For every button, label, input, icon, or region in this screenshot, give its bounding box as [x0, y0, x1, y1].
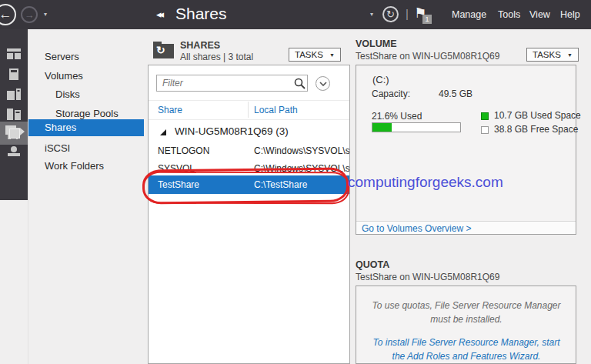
drive-letter-label: (C:) [372, 74, 389, 85]
header-separator [149, 119, 349, 120]
local-server-icon[interactable] [5, 66, 23, 82]
column-header-local-path[interactable]: Local Path [254, 105, 298, 115]
used-percent-label: 21.6% Used [372, 111, 422, 122]
folders-icon[interactable] [5, 125, 21, 142]
sidebar-divider [28, 29, 28, 364]
column-header-share[interactable]: Share [158, 105, 182, 115]
used-space-bar [372, 122, 461, 132]
tasks-caret-icon: ▼ [567, 52, 573, 58]
watermark-text: computingforgeeks.com [348, 174, 503, 191]
certificate-icon[interactable] [5, 143, 23, 159]
sidebar-item-shares[interactable]: Shares [45, 122, 76, 133]
page-title: Shares [175, 5, 227, 23]
refresh-button[interactable]: ↻ [382, 6, 399, 22]
menu-help[interactable]: Help [560, 9, 580, 20]
capacity-label: Capacity: [372, 88, 410, 99]
volumes-overview-link[interactable]: Go to Volumes Overview > [362, 223, 471, 234]
refresh-icon: ↻ [386, 8, 395, 20]
capacity-value: 49.5 GB [439, 88, 472, 99]
servers-group-icon[interactable] [5, 106, 23, 122]
table-row-netlogon-share[interactable]: NETLOGON [158, 145, 209, 156]
filter-input[interactable] [156, 75, 308, 92]
server-group-label[interactable]: WIN-UG5M08R1Q69 (3) [175, 125, 289, 137]
shares-panel-title: SHARES [180, 40, 220, 51]
back-arrow-icon: ← [0, 7, 12, 22]
nav-history-caret-icon[interactable]: ▾ [44, 11, 47, 18]
volume-panel-subtitle: TestShare on WIN-UG5M08R1Q69 [356, 51, 499, 62]
table-row-netlogon-path[interactable]: C:\Windows\SYSVOL\sys [254, 145, 349, 156]
red-annotation-ellipse [142, 168, 349, 205]
server-manager-window: ← → ▾ ◂◂ Shares ▾ ↻ | ⚑ 1 Manage Tools V… [0, 0, 591, 364]
shares-tasks-label: TASKS [295, 50, 323, 59]
quota-panel-title: QUOTA [356, 259, 389, 270]
forward-button[interactable]: → [21, 6, 38, 23]
shares-folder-icon: ↻ [153, 42, 174, 58]
used-space-swatch [481, 112, 489, 120]
quota-install-link[interactable]: To install File Server Resource Manager,… [369, 336, 563, 363]
sidebar-item-storage-pools[interactable]: Storage Pools [55, 108, 119, 119]
menu-manage[interactable]: Manage [452, 9, 486, 20]
free-space-label: 38.8 GB Free Space [494, 124, 578, 135]
sidebar-item-iscsi[interactable]: iSCSI [45, 142, 70, 154]
sidebar-item-disks[interactable]: Disks [55, 88, 80, 100]
quota-panel-subtitle: TestShare on WIN-UG5M08R1Q69 [356, 272, 499, 282]
topbar-separator: | [406, 7, 409, 20]
header-separator [149, 100, 349, 101]
group-collapse-triangle-icon[interactable] [160, 129, 166, 135]
menu-view[interactable]: View [529, 9, 550, 20]
quota-message: To use quotas, File Server Resource Mana… [369, 299, 563, 326]
sidebar-item-work-folders[interactable]: Work Folders [45, 160, 104, 172]
shares-tasks-button[interactable]: TASKS ▼ [289, 48, 341, 62]
sidebar-item-servers[interactable]: Servers [45, 51, 79, 62]
volume-tasks-label: TASKS [533, 50, 561, 59]
chevron-down-icon [319, 82, 327, 86]
free-space-swatch [481, 126, 489, 134]
shares-panel-subtitle: All shares | 3 total [180, 52, 253, 62]
forward-arrow-icon: → [25, 9, 35, 21]
column-divider [248, 102, 249, 118]
sidebar-item-volumes[interactable]: Volumes [45, 70, 83, 82]
notification-badge: 1 [422, 15, 432, 24]
search-icon[interactable] [294, 78, 306, 89]
used-space-label: 10.7 GB Used Space [494, 110, 581, 121]
used-bar-fill [372, 123, 392, 132]
address-caret-icon[interactable]: ▾ [370, 11, 373, 18]
dashboard-icon[interactable] [5, 46, 23, 62]
filter-options-button[interactable] [316, 76, 330, 91]
volume-tasks-button[interactable]: TASKS ▼ [526, 48, 579, 62]
all-servers-icon[interactable] [5, 86, 23, 102]
breadcrumb-arrows-icon: ◂◂ [156, 8, 162, 20]
volume-panel-title: VOLUME [356, 38, 396, 49]
tasks-caret-icon: ▼ [329, 52, 335, 58]
menu-tools[interactable]: Tools [498, 9, 520, 20]
notifications-button[interactable]: ⚑ 1 [414, 5, 434, 25]
expand-strip-icon[interactable] [20, 128, 25, 135]
